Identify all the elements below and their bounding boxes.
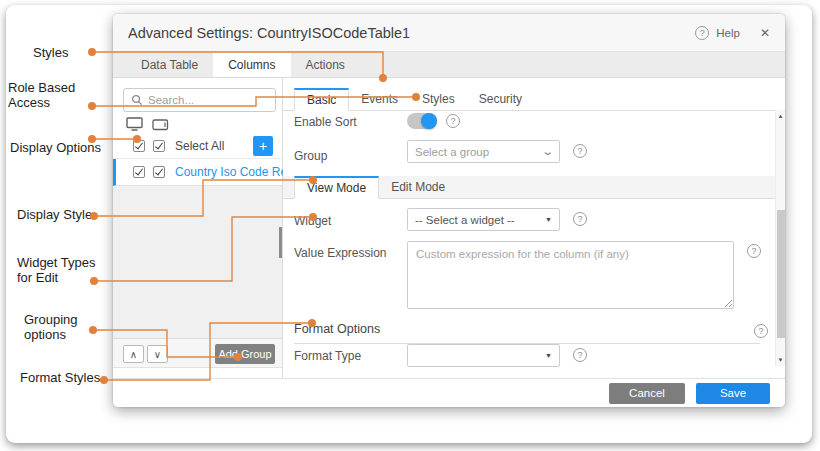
tab-styles[interactable]: Styles: [410, 88, 467, 110]
select-all-device1-checkbox[interactable]: [133, 140, 145, 152]
mode-tabstrip: View Mode Edit Mode: [283, 176, 775, 199]
value-expression-input[interactable]: [407, 241, 734, 309]
scroll-up-icon[interactable]: ▲: [776, 113, 785, 119]
add-group-button[interactable]: Add Group: [215, 344, 275, 364]
toggle-knob: [421, 113, 437, 129]
tab-data-table[interactable]: Data Table: [126, 52, 213, 77]
tab-view-mode[interactable]: View Mode: [294, 176, 379, 199]
close-icon[interactable]: ✕: [760, 26, 770, 40]
help-icon[interactable]: ?: [573, 144, 587, 158]
select-all-device2-checkbox[interactable]: [153, 140, 165, 152]
search-icon: [131, 94, 143, 106]
format-type-select[interactable]: ▼: [407, 344, 560, 367]
format-type-label: Format Type: [294, 349, 361, 363]
tab-events[interactable]: Events: [349, 88, 410, 110]
save-button[interactable]: Save: [696, 383, 770, 404]
annotation-label-styles: Styles: [33, 45, 68, 60]
annotation-label-widget-types: Widget Types for Edit: [17, 255, 109, 285]
widget-select[interactable]: -- Select a widget -- ▼: [407, 208, 560, 231]
tab-edit-mode[interactable]: Edit Mode: [379, 176, 457, 198]
add-column-button[interactable]: +: [253, 136, 273, 156]
device-toggle-row: [126, 117, 169, 131]
list-toolbar: ∧ ∨ Add Group: [113, 338, 282, 368]
desktop-icon[interactable]: [126, 117, 143, 131]
main-tabstrip: Data Table Columns Actions: [113, 52, 785, 78]
help-icon[interactable]: ?: [573, 348, 587, 362]
column-settings-panel: Basic Events Styles Security Enable Sort…: [283, 78, 785, 378]
search-input[interactable]: [148, 94, 268, 106]
select-all-row[interactable]: Select All +: [113, 133, 282, 159]
dialog-titlebar: Advanced Settings: CountryISOCodeTable1 …: [113, 14, 785, 52]
chevron-down-icon: ⌄: [541, 145, 554, 158]
advanced-settings-dialog: Advanced Settings: CountryISOCodeTable1 …: [113, 14, 785, 407]
resize-grip-icon[interactable]: [724, 299, 733, 308]
scroll-down-icon[interactable]: ▼: [776, 357, 785, 363]
help-link[interactable]: Help: [716, 27, 740, 39]
value-expression-wrap: [407, 241, 734, 309]
titlebar-actions: ? Help ✕: [695, 26, 770, 40]
value-expression-label: Value Expression: [294, 246, 387, 260]
tab-security[interactable]: Security: [467, 88, 534, 110]
scrollbar-thumb[interactable]: [777, 210, 785, 338]
dialog-footer: Cancel Save: [113, 378, 785, 407]
annotation-label-role-based-access: Role Based Access: [8, 80, 88, 110]
caret-down-icon: ▼: [545, 216, 552, 223]
tab-basic[interactable]: Basic: [294, 88, 349, 111]
enable-sort-toggle[interactable]: [407, 113, 437, 129]
help-icon[interactable]: ?: [754, 324, 768, 338]
check-icon: [155, 140, 163, 149]
group-select[interactable]: Select a group ⌄: [407, 140, 560, 163]
select-all-label: Select All: [175, 139, 224, 153]
widget-select-value: -- Select a widget --: [415, 214, 541, 226]
column-item-label: Country Iso Code Re...: [175, 165, 297, 179]
columns-list-panel: Select All + Country Iso Code Re... ∧ ∨ …: [113, 78, 283, 378]
help-icon[interactable]: ?: [695, 26, 709, 40]
mobile-icon[interactable]: [152, 118, 169, 131]
check-icon: [155, 167, 163, 176]
check-icon: [135, 167, 143, 176]
column-device2-checkbox[interactable]: [153, 166, 165, 178]
tab-actions[interactable]: Actions: [291, 52, 360, 77]
group-select-value: Select a group: [415, 146, 539, 158]
settings-tabstrip: Basic Events Styles Security: [283, 88, 775, 111]
widget-label: Widget: [294, 214, 331, 228]
settings-scrollbar[interactable]: ▲ ▼: [775, 110, 785, 366]
format-options-heading: Format Options: [294, 322, 760, 344]
list-empty-area: [113, 186, 282, 338]
annotation-label-format-styles: Format Styles: [20, 370, 100, 385]
help-icon[interactable]: ?: [747, 244, 761, 258]
column-device1-checkbox[interactable]: [133, 166, 145, 178]
help-icon[interactable]: ?: [446, 114, 460, 128]
help-icon[interactable]: ?: [573, 212, 587, 226]
cancel-button[interactable]: Cancel: [609, 383, 685, 404]
tab-columns[interactable]: Columns: [213, 52, 290, 77]
annotation-label-grouping-options: Grouping options: [24, 312, 100, 342]
annotation-label-display-options: Display Options: [10, 140, 101, 155]
search-box: [123, 88, 276, 112]
annotation-label-display-style: Display Style: [17, 207, 92, 222]
column-item-row[interactable]: Country Iso Code Re...: [113, 159, 282, 186]
left-panel-scrollbar-thumb[interactable]: [279, 227, 282, 258]
group-label: Group: [294, 149, 327, 163]
dialog-title: Advanced Settings: CountryISOCodeTable1: [128, 25, 410, 41]
caret-down-icon: ▼: [545, 352, 552, 359]
enable-sort-label: Enable Sort: [294, 115, 357, 129]
check-icon: [135, 140, 143, 149]
move-down-button[interactable]: ∨: [147, 345, 168, 363]
move-up-button[interactable]: ∧: [123, 345, 144, 363]
